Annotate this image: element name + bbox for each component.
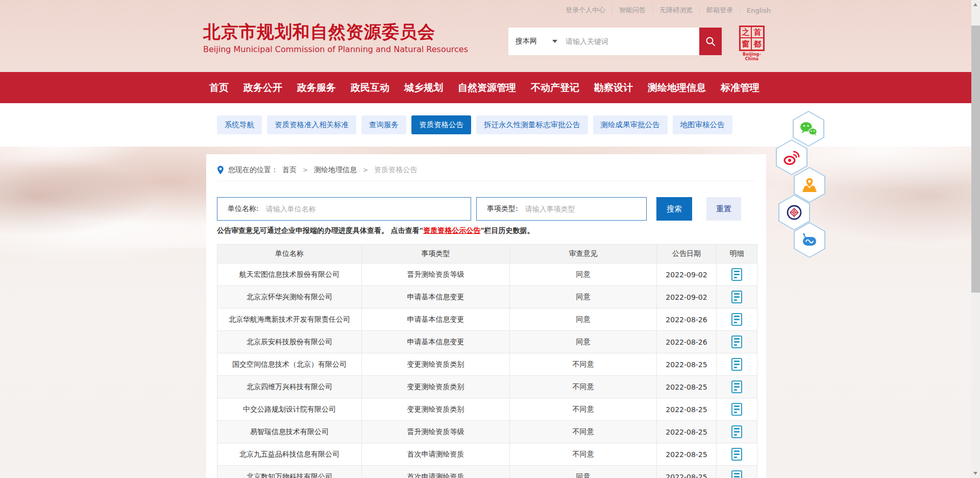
- unit-name-field-box: 单位名称:: [217, 197, 471, 221]
- nav-item-gov-services[interactable]: 政务服务: [297, 81, 336, 94]
- scrollbar-thumb[interactable]: [971, 26, 980, 293]
- nav-item-urban-rural-planning[interactable]: 城乡规划: [404, 81, 443, 94]
- weibo-icon: [783, 150, 800, 165]
- detail-cell: [717, 421, 757, 443]
- detail-cell: [717, 308, 757, 331]
- opinion-cell: 不同意: [510, 398, 657, 421]
- results-table: 单位名称 事项类型 审查意见 公告日期 明细 航天宏图信息技术股份有限公司 晋升…: [217, 244, 757, 478]
- date-cell: 2022-08-25: [657, 421, 717, 443]
- date-cell: 2022-08-26: [657, 331, 717, 353]
- nav-item-standards-mgmt[interactable]: 标准管理: [721, 81, 760, 94]
- detail-document-icon[interactable]: [731, 268, 742, 281]
- registration-emblem-icon: [787, 205, 802, 220]
- unit-name-cell: 北京数知万物科技有限公司: [217, 466, 362, 478]
- unit-name-label: 单位名称:: [228, 204, 259, 213]
- accessibility-link[interactable]: 无障碍浏览: [652, 6, 699, 15]
- search-scope-select[interactable]: 搜本网: [508, 37, 557, 46]
- date-cell: 2022-09-02: [657, 286, 717, 308]
- detail-document-icon[interactable]: [731, 358, 742, 371]
- opinion-cell: 同意: [510, 466, 657, 478]
- english-link[interactable]: English: [740, 7, 771, 14]
- opinion-cell: 不同意: [510, 353, 657, 376]
- unit-name-cell: 北京四维万兴科技有限公司: [217, 376, 362, 398]
- date-cell: 2022-09-02: [657, 264, 717, 286]
- unit-name-cell: 中交公路规划设计院有限公司: [217, 398, 362, 421]
- tabs-band: 系统导航 资质资格准入相关标准 查询服务 资质资格公告 拆迁永久性测量标志审批公…: [0, 103, 971, 147]
- breadcrumb: 您现在的位置： 首页 > 测绘地理信息 > 资质资格公告: [217, 159, 755, 181]
- login-personal-center-link[interactable]: 登录个人中心: [566, 6, 612, 15]
- detail-cell: [717, 398, 757, 421]
- col-announce-date: 公告日期: [657, 245, 717, 264]
- unit-name-input[interactable]: [259, 204, 471, 213]
- detail-document-icon[interactable]: [731, 448, 742, 461]
- seal-characters: 之 首 窗 都: [739, 26, 765, 51]
- matter-type-cell: 变更测绘资质类别: [362, 398, 510, 421]
- tab-survey-results-approval[interactable]: 测绘成果审批公告: [593, 115, 668, 134]
- table-row: 易智瑞信息技术有限公司 晋升测绘资质等级 不同意 2022-08-25: [217, 421, 757, 443]
- col-review-opinion: 审查意见: [510, 245, 657, 264]
- scrollbar-up-arrow-icon[interactable]: [973, 3, 977, 6]
- detail-document-icon[interactable]: [731, 425, 742, 438]
- scrollbar-down-arrow-icon[interactable]: [973, 472, 977, 475]
- opinion-cell: 同意: [510, 286, 657, 308]
- filter-reset-button[interactable]: 重置: [706, 197, 741, 221]
- matter-type-cell: 晋升测绘资质等级: [362, 264, 510, 286]
- table-header-row: 单位名称 事项类型 审查意见 公告日期 明细: [217, 245, 757, 264]
- matter-type-field-box: 事项类型:: [476, 197, 647, 221]
- table-row: 北京数知万物科技有限公司 首次申请测绘资质 同意 2022-08-25: [217, 466, 757, 478]
- nav-item-real-estate-registration[interactable]: 不动产登记: [531, 81, 579, 94]
- site-search-box: 搜本网: [508, 28, 722, 55]
- beijing-china-seal-logo[interactable]: 之 首 窗 都 Beijing-China: [737, 26, 767, 61]
- detail-document-icon[interactable]: [731, 336, 742, 348]
- smart-qa-link[interactable]: 智能问答: [612, 6, 652, 15]
- tab-system-nav[interactable]: 系统导航: [217, 115, 262, 134]
- tab-qualification-standards[interactable]: 资质资格准入相关标准: [267, 115, 356, 134]
- nav-item-home[interactable]: 首页: [209, 81, 229, 94]
- nav-item-survey-design[interactable]: 勘察设计: [594, 81, 633, 94]
- date-cell: 2022-08-25: [657, 466, 717, 478]
- map-pin-icon: [801, 177, 818, 193]
- nav-item-gov-affairs-open[interactable]: 政务公开: [243, 81, 282, 94]
- main-nav: 首页 政务公开 政务服务 政民互动 城乡规划 自然资源管理 不动产登记 勘察设计…: [0, 72, 971, 103]
- matter-type-input[interactable]: [518, 204, 646, 213]
- breadcrumb-current: 资质资格公告: [374, 165, 417, 175]
- matter-type-cell: 首次申请测绘资质: [362, 443, 510, 466]
- notice-after: "栏目历史数据。: [480, 226, 534, 234]
- site-search-input[interactable]: [557, 37, 699, 46]
- table-row: 北京九五益品科技信息有限公司 首次申请测绘资质 不同意 2022-08-25: [217, 443, 757, 466]
- date-cell: 2022-08-25: [657, 353, 717, 376]
- search-scope-value: 搜本网: [516, 37, 537, 46]
- tab-map-review-announcement[interactable]: 地图审核公告: [673, 115, 732, 134]
- matter-type-cell: 申请基本信息变更: [362, 308, 510, 331]
- detail-cell: [717, 466, 757, 478]
- qualification-publicity-announcement-link[interactable]: 资质资格公示公告: [423, 226, 480, 234]
- col-matter-type: 事项类型: [362, 245, 510, 264]
- matter-type-cell: 首次申请测绘资质: [362, 466, 510, 478]
- detail-document-icon[interactable]: [731, 291, 742, 303]
- matter-type-cell: 晋升测绘资质等级: [362, 421, 510, 443]
- opinion-cell: 同意: [510, 331, 657, 353]
- nav-item-surveying-geoinfo[interactable]: 测绘地理信息: [648, 81, 706, 94]
- breadcrumb-home-link[interactable]: 首页: [282, 165, 297, 175]
- tab-qualification-announcement[interactable]: 资质资格公告: [411, 115, 471, 134]
- nav-item-natural-resources-mgmt[interactable]: 自然资源管理: [458, 81, 516, 94]
- matter-type-cell: 申请基本信息变更: [362, 331, 510, 353]
- detail-document-icon[interactable]: [731, 403, 742, 416]
- filter-search-button[interactable]: 搜索: [656, 197, 692, 221]
- opinion-cell: 不同意: [510, 421, 657, 443]
- smart-assistant-button[interactable]: [794, 222, 825, 258]
- mail-login-link[interactable]: 邮箱登录: [699, 6, 740, 15]
- wechat-icon: [800, 122, 817, 136]
- breadcrumb-surveying-geoinfo-link[interactable]: 测绘地理信息: [314, 165, 357, 175]
- detail-document-icon[interactable]: [731, 313, 742, 326]
- col-unit-name: 单位名称: [217, 245, 362, 264]
- nav-item-public-interaction[interactable]: 政民互动: [351, 81, 389, 94]
- detail-document-icon[interactable]: [731, 380, 742, 393]
- matter-type-cell: 申请基本信息变更: [362, 286, 510, 308]
- matter-type-cell: 变更测绘资质类别: [362, 376, 510, 398]
- table-row: 北京京怀华兴测绘有限公司 申请基本信息变更 同意 2022-09-02: [217, 286, 757, 308]
- site-search-button[interactable]: [699, 28, 722, 55]
- tab-demolition-survey-marker-approval[interactable]: 拆迁永久性测量标志审批公告: [476, 115, 588, 134]
- tab-query-service[interactable]: 查询服务: [361, 115, 406, 134]
- detail-document-icon[interactable]: [731, 470, 742, 478]
